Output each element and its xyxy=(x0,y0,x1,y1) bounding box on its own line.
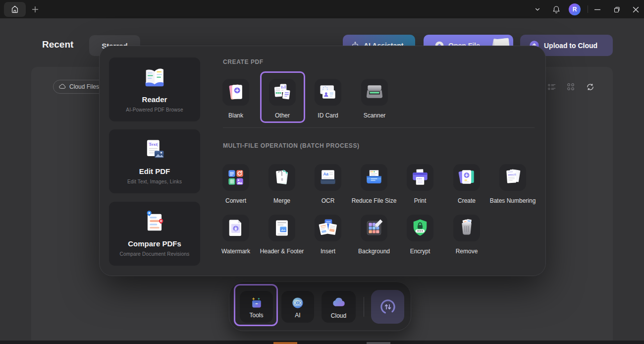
cloud-files-chip[interactable]: Cloud Files xyxy=(53,80,106,94)
compare-pdfs-title: Compare PDFs xyxy=(128,239,181,248)
reader-subtitle: AI-Powered PDF Browse xyxy=(126,107,183,113)
other-label: Other xyxy=(275,112,290,119)
print-label: Print xyxy=(414,197,427,204)
taskbar-app-orange[interactable] xyxy=(273,342,297,344)
ai-icon xyxy=(290,295,305,310)
edit-pdf-icon: Text| xyxy=(142,137,167,163)
tools-popup: Reader AI-Powered PDF Browse Text| Edit … xyxy=(99,46,546,276)
remove-label: Remove xyxy=(456,248,478,255)
edit-pdf-subtitle: Edit Text, Images, Links xyxy=(127,179,182,184)
sync-progress-icon xyxy=(377,296,398,317)
convert-label: Convert xyxy=(225,197,246,204)
compare-pdfs-icon xyxy=(142,209,167,235)
insert-icon xyxy=(317,217,339,239)
tools-icon xyxy=(249,295,264,310)
reader-card[interactable]: Reader AI-Powered PDF Browse xyxy=(109,57,200,121)
ocr-icon: Aa xyxy=(317,167,339,188)
notifications-button[interactable] xyxy=(551,4,561,14)
close-button[interactable] xyxy=(631,4,641,14)
close-icon xyxy=(632,6,640,13)
ai-label: AI xyxy=(295,312,300,319)
tools-label: Tools xyxy=(249,312,263,319)
dropdown-chevron-button[interactable] xyxy=(533,4,542,14)
header-footer-icon xyxy=(271,217,293,239)
bell-icon xyxy=(552,5,561,14)
app-window: R Recent Starred AI Assistant xyxy=(0,0,644,344)
encrypt-icon xyxy=(409,217,431,239)
dock-separator xyxy=(364,297,364,317)
upload-to-cloud-label: Upload to Cloud xyxy=(544,42,597,50)
tab-recent[interactable]: Recent xyxy=(42,39,73,50)
dock-sync-button[interactable] xyxy=(371,290,404,324)
background-icon xyxy=(363,217,385,239)
compare-pdfs-subtitle: Compare Document Revisions xyxy=(120,251,190,257)
dock-ai-button[interactable]: AI xyxy=(281,291,314,323)
taskbar-app-gray[interactable] xyxy=(367,342,390,344)
dock-tools-button[interactable]: Tools xyxy=(240,291,273,323)
header-footer-label: Header & Footer xyxy=(260,248,304,255)
plus-icon xyxy=(32,6,39,13)
edit-pdf-title: Edit PDF xyxy=(139,167,170,175)
titlebar-separator xyxy=(588,5,588,13)
watermark-icon xyxy=(225,217,247,239)
compare-pdfs-card[interactable]: Compare PDFs Compare Document Revisions xyxy=(109,202,200,266)
minimize-icon xyxy=(594,6,601,13)
home-tab[interactable] xyxy=(4,2,26,17)
ocr-label: OCR xyxy=(322,197,335,204)
id-card-icon xyxy=(317,81,339,103)
blank-icon xyxy=(225,81,247,103)
watermark-label: Watermark xyxy=(221,248,250,255)
dock-cloud-button[interactable]: Cloud xyxy=(322,291,356,323)
section-divider xyxy=(223,127,535,128)
scanner-icon xyxy=(364,81,385,103)
edit-pdf-card[interactable]: Text| Edit PDF Edit Text, Images, Links xyxy=(109,129,200,193)
reader-title: Reader xyxy=(142,95,167,104)
bottom-dock: Tools AI Cloud xyxy=(229,282,411,331)
print-icon xyxy=(409,167,431,188)
remove-icon xyxy=(456,217,478,239)
grid-view-icon xyxy=(566,82,575,91)
title-bar: R xyxy=(0,0,644,18)
list-view-button[interactable] xyxy=(547,82,557,92)
refresh-button[interactable] xyxy=(585,82,595,92)
maximize-button[interactable] xyxy=(612,4,622,14)
bates-numbering-label: Bates Numbering xyxy=(490,197,536,204)
blank-label: Blank xyxy=(228,112,243,119)
chevron-down-icon xyxy=(534,6,541,13)
id-card-label: ID Card xyxy=(318,112,338,119)
create-item-scanner[interactable]: Scanner xyxy=(347,79,402,119)
bates-numbering-icon: 000123 xyxy=(502,167,524,188)
list-view-icon xyxy=(547,82,557,92)
batch-item-bates-numbering[interactable]: 000123 Bates Numbering xyxy=(485,164,540,204)
home-icon xyxy=(10,4,20,14)
scanner-label: Scanner xyxy=(364,112,386,119)
minimize-button[interactable] xyxy=(592,4,602,14)
other-icon xyxy=(271,81,293,103)
create-icon xyxy=(456,167,478,188)
svg-text:Aa: Aa xyxy=(323,172,328,176)
convert-icon xyxy=(225,167,247,188)
cloud-files-label: Cloud Files xyxy=(69,83,99,90)
user-avatar[interactable]: R xyxy=(569,3,581,15)
reader-icon xyxy=(142,65,167,91)
create-pdf-header: CREATE PDF xyxy=(223,58,264,65)
reduce-file-size-icon xyxy=(363,167,385,188)
os-taskbar-strip xyxy=(0,341,644,344)
insert-label: Insert xyxy=(321,248,335,255)
background-label: Background xyxy=(358,248,390,255)
svg-text:Text|: Text| xyxy=(149,142,158,147)
restore-icon xyxy=(613,6,621,13)
refresh-icon xyxy=(586,82,595,92)
grid-view-button[interactable] xyxy=(566,82,576,92)
new-tab-button[interactable] xyxy=(30,4,41,15)
merge-label: Merge xyxy=(273,197,290,204)
batch-item-remove[interactable]: Remove xyxy=(439,215,494,255)
cloud-icon xyxy=(331,295,347,311)
merge-icon xyxy=(271,167,293,188)
encrypt-label: Encrypt xyxy=(410,248,430,255)
create-label: Create xyxy=(458,197,476,204)
cloud-files-icon xyxy=(58,83,66,91)
reduce-file-size-label: Reduce File Size xyxy=(352,197,397,204)
cloud-label: Cloud xyxy=(331,312,346,319)
batch-header: MULTI-FILE OPERATION (BATCH PROCESS) xyxy=(223,142,360,149)
